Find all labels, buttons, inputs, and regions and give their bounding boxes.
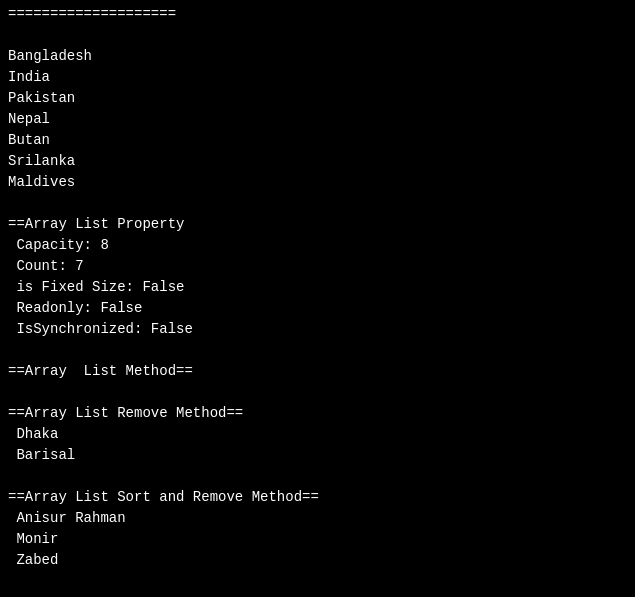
terminal-line: Dhaka [8, 424, 627, 445]
terminal-line: Maldives [8, 172, 627, 193]
terminal-line: IsSynchronized: False [8, 319, 627, 340]
terminal-line [8, 340, 627, 361]
terminal-line: ==================== [8, 4, 627, 25]
terminal-line [8, 193, 627, 214]
terminal-line: Count: 7 [8, 256, 627, 277]
terminal-line: Pakistan [8, 88, 627, 109]
terminal-line: Anisur Rahman [8, 508, 627, 529]
terminal-line: Readonly: False [8, 298, 627, 319]
terminal-line [8, 25, 627, 46]
terminal-line: Nepal [8, 109, 627, 130]
terminal-line: Barisal [8, 445, 627, 466]
terminal-line: Srilanka [8, 151, 627, 172]
terminal-line: Monir [8, 529, 627, 550]
terminal-line: ==Array List Remove Method== [8, 403, 627, 424]
terminal-line: Zabed [8, 550, 627, 571]
terminal-line: Bangladesh [8, 46, 627, 67]
terminal-line: Butan [8, 130, 627, 151]
terminal-line: India [8, 67, 627, 88]
terminal-line [8, 382, 627, 403]
terminal-line: ==Array List Method== [8, 361, 627, 382]
terminal-line [8, 466, 627, 487]
terminal-line: ==Array List Sort and Remove Method== [8, 487, 627, 508]
terminal-line: Capacity: 8 [8, 235, 627, 256]
terminal-line: ==Array List Property [8, 214, 627, 235]
terminal-line: is Fixed Size: False [8, 277, 627, 298]
terminal-output: ==================== BangladeshIndiaPaki… [8, 4, 627, 571]
